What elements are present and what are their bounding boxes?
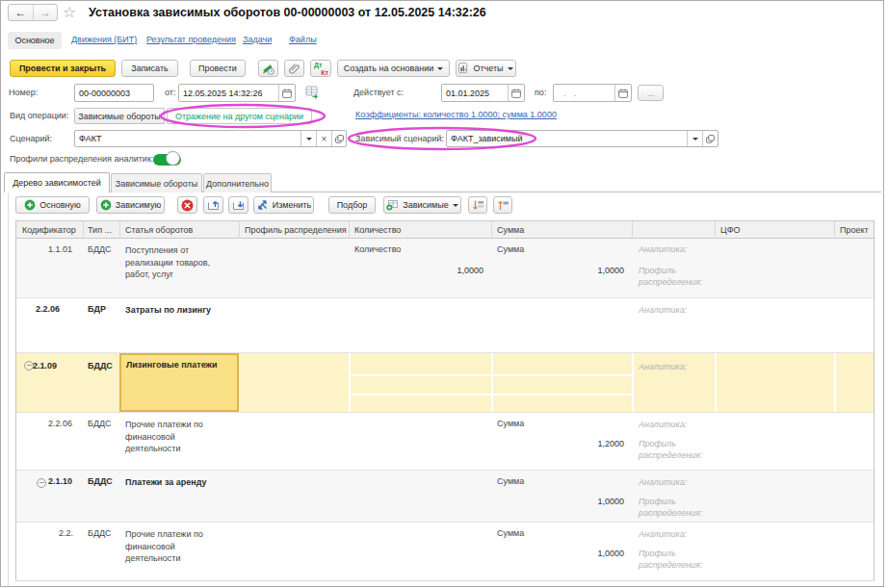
tab-main[interactable]: Основное: [8, 32, 62, 49]
valid-to-label: по:: [535, 88, 546, 97]
valid-to-field[interactable]: . .: [553, 84, 632, 102]
dependent-scenario-value: ФАКТ_зависимый: [447, 134, 687, 143]
delete-row-button[interactable]: [177, 196, 197, 214]
forward-arrow-icon: →: [39, 6, 51, 19]
attachments-button[interactable]: [284, 60, 304, 77]
cell-analytics-placeholder: Аналитика:: [639, 244, 687, 254]
level-down-icon: [472, 199, 484, 212]
level-up-icon: [497, 199, 509, 212]
favorite-star-icon[interactable]: ☆: [63, 3, 76, 21]
tab-movements-link[interactable]: Движения (БИТ): [71, 35, 137, 44]
add-main-button[interactable]: Основную: [15, 196, 90, 214]
scenario-value: ФАКТ: [75, 134, 300, 143]
more-dates-button[interactable]: ...: [638, 85, 664, 101]
cell-analytics-placeholder: Аналитика:: [639, 362, 687, 371]
post-button[interactable]: Провести: [190, 60, 246, 77]
view-tab-label: Зависимые обороты: [116, 179, 198, 189]
column-header-type[interactable]: Тип ...: [88, 225, 112, 235]
column-separator: [491, 221, 492, 239]
collapse-levels-button[interactable]: [468, 196, 487, 214]
column-header-item[interactable]: Статья оборотов: [125, 225, 193, 235]
column-header-codifier[interactable]: Кодификатор: [22, 225, 76, 235]
column-header-profile[interactable]: Профиль распределения: [245, 225, 347, 235]
tab-files-link[interactable]: Файлы: [289, 35, 317, 44]
cell-analytics-placeholder: Аналитика:: [639, 305, 687, 315]
coefficients-link[interactable]: Коэффициенты: количество 1.0000; сумма 1…: [355, 110, 557, 119]
post-and-close-button[interactable]: Провести и закрыть: [10, 60, 116, 77]
view-tab-additional[interactable]: Дополнительно: [203, 173, 272, 192]
create-based-on-button[interactable]: Создать на основании: [337, 60, 450, 77]
number-label: Номер:: [9, 88, 38, 97]
dropdown-caret-icon: [437, 67, 443, 70]
show-movements-icon[interactable]: [305, 86, 321, 99]
dependents-menu-button[interactable]: Зависимые: [383, 196, 461, 214]
scenario-open-button[interactable]: [331, 131, 346, 146]
cell-codifier: 2.1.09: [33, 361, 57, 371]
post-label: Провести: [198, 64, 237, 73]
collapse-node-icon[interactable]: [37, 478, 46, 488]
number-field[interactable]: 00-00000003: [74, 84, 154, 102]
date-field[interactable]: 12.05.2025 14:32:26: [178, 84, 296, 102]
cell-item: Платежи за аренду: [125, 476, 231, 489]
calendar-picker-button[interactable]: [278, 85, 295, 101]
column-separator: [239, 221, 240, 239]
panel-left-border: [8, 192, 9, 586]
dropdown-caret-icon: [692, 138, 698, 141]
scenario-field[interactable]: ФАКТ ×: [74, 130, 347, 147]
tab-posting-result-link[interactable]: Результат проведения: [146, 35, 236, 44]
page-title: Установка зависимых оборотов 00-00000003…: [89, 6, 486, 19]
column-header-sum[interactable]: Сумма: [497, 225, 524, 235]
save-button[interactable]: Записать: [121, 60, 178, 77]
selected-row-grid-line: [349, 353, 351, 412]
valid-from-field[interactable]: 01.01.2025: [441, 84, 525, 102]
cell-profile-placeholder: Профиль распределения:: [639, 497, 708, 519]
calendar-picker-button[interactable]: [614, 85, 631, 101]
add-dependent-button[interactable]: Зависимую: [96, 196, 165, 214]
forward-button[interactable]: →: [34, 5, 57, 20]
report-icon: [458, 63, 469, 74]
column-header-project[interactable]: Проект: [840, 225, 869, 235]
view-tab-dependent-turnovers[interactable]: Зависимые обороты: [111, 173, 202, 192]
dependent-scenario-field[interactable]: ФАКТ_зависимый: [446, 130, 718, 147]
dependent-scenario-open-button[interactable]: [702, 131, 718, 146]
dt-kt-icon: Дт Кт: [314, 63, 327, 75]
valid-from-value: 01.01.2025: [442, 89, 508, 98]
column-header-cfo[interactable]: ЦФО: [720, 225, 741, 235]
dt-kt-button[interactable]: Дт Кт: [310, 60, 331, 77]
operation-kind-alt[interactable]: Отражение на другом сценарии: [167, 108, 312, 124]
cell-sum-label: Сумма: [497, 244, 524, 254]
scenario-clear-button[interactable]: ×: [316, 131, 331, 146]
move-to-dependent-button[interactable]: [228, 196, 248, 214]
pen-clock-icon: [262, 63, 274, 75]
dropdown-caret-icon: [508, 67, 513, 70]
view-tab-dependency-tree[interactable]: Дерево зависимостей: [4, 172, 110, 192]
move-to-main-button[interactable]: [203, 196, 223, 214]
column-header-quantity[interactable]: Количество: [354, 225, 401, 235]
profiles-toggle-knob[interactable]: [166, 151, 180, 166]
set-time-button[interactable]: [258, 60, 278, 77]
operation-kind-current[interactable]: Зависимые обороты: [74, 108, 165, 124]
cell-sum-label: Сумма: [497, 476, 524, 486]
column-separator: [834, 221, 835, 239]
dependent-scenario-dropdown-button[interactable]: [687, 131, 702, 146]
pick-button[interactable]: Подбор: [328, 196, 376, 214]
cell-analytics-placeholder: Аналитика:: [639, 477, 687, 487]
reports-label: Отчеты: [473, 64, 503, 73]
move-down-frame-icon: [232, 199, 245, 212]
scenario-dropdown-button[interactable]: [300, 131, 316, 146]
open-icon: [335, 135, 344, 143]
calendar-picker-button[interactable]: [508, 85, 524, 101]
profiles-switch-label: Профили распределения аналитик:: [10, 154, 153, 164]
back-button[interactable]: ←: [9, 5, 34, 20]
scenario-label: Сценарий:: [10, 134, 52, 143]
cell-sum-value: 1,0000: [497, 497, 624, 506]
selected-row-grid-line: [834, 353, 836, 412]
reports-button[interactable]: Отчеты: [456, 60, 516, 77]
calendar-icon: [282, 89, 292, 98]
change-button[interactable]: Изменить: [253, 196, 314, 214]
date-label: от:: [165, 88, 175, 97]
expand-levels-button[interactable]: [493, 196, 512, 214]
valid-to-value: . .: [554, 89, 614, 98]
current-cell[interactable]: Лизинговые платежи: [119, 353, 239, 412]
tab-tasks-link[interactable]: Задачи: [243, 35, 272, 44]
